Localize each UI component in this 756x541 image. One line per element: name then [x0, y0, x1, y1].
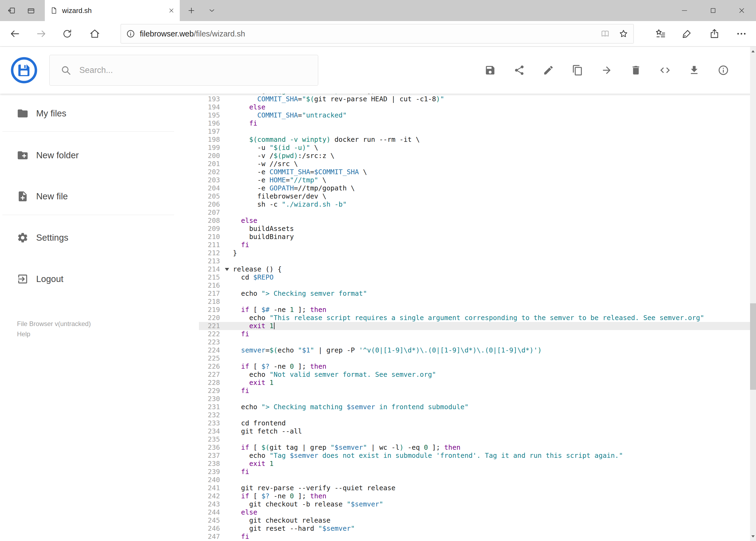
add-favorite-star-icon[interactable] — [619, 29, 629, 39]
download-icon[interactable] — [688, 65, 700, 76]
code-line[interactable]: 194 else — [199, 103, 750, 111]
code-line[interactable]: 236 if [ $(git tag | grep "$semver" | wc… — [199, 443, 750, 452]
sidebar-item-my-files[interactable]: My files — [0, 99, 199, 128]
code-line[interactable]: 246 git reset --hard "$semver" — [199, 525, 750, 533]
sidebar-item-new-folder[interactable]: New folder — [0, 141, 199, 170]
copy-icon[interactable] — [572, 65, 583, 76]
code-line[interactable]: 210 buildBinary — [199, 233, 750, 241]
minimize-icon[interactable] — [670, 0, 699, 21]
code-line[interactable]: 221 exit 1 — [199, 322, 750, 330]
tab-close-icon[interactable] — [168, 8, 174, 14]
code-line[interactable]: 201 -w //src \ — [199, 160, 750, 168]
filebrowser-logo-icon[interactable] — [11, 57, 38, 84]
favorites-hub-icon[interactable] — [650, 21, 671, 46]
help-link[interactable]: Help — [17, 329, 91, 339]
code-line[interactable]: 219 if [ $# -ne 1 ]; then — [199, 306, 750, 314]
save-icon[interactable] — [484, 65, 496, 76]
code-line[interactable]: 247 fi — [199, 533, 750, 541]
code-line[interactable]: 204 -e GOPATH=//tmp/gopath \ — [199, 184, 750, 192]
code-line[interactable]: 195 COMMIT_SHA="untracked" — [199, 111, 750, 119]
code-line[interactable]: 244 else — [199, 508, 750, 516]
page-scrollbar[interactable] — [750, 47, 756, 541]
code-line[interactable]: 205 filebrowser/dev \ — [199, 192, 750, 201]
code-line[interactable]: 212} — [199, 249, 750, 257]
reading-view-icon[interactable] — [600, 29, 610, 39]
code-line[interactable]: 238 exit 1 — [199, 460, 750, 468]
code-line[interactable]: 216 — [199, 281, 750, 289]
address-bar[interactable]: filebrowser.web/files/wizard.sh — [121, 24, 634, 44]
move-arrow-icon[interactable] — [601, 65, 613, 76]
tab-list-chevron-icon[interactable] — [203, 0, 221, 21]
code-line[interactable]: 223 — [199, 338, 750, 346]
search-bar[interactable] — [49, 55, 318, 86]
sidebar-item-new-file[interactable]: New file — [0, 182, 199, 211]
tab-preview-icon[interactable] — [23, 0, 39, 21]
code-line[interactable]: 203 -e HOME="//tmp" \ — [199, 176, 750, 184]
scroll-up-icon[interactable] — [750, 47, 756, 56]
code-line[interactable]: 226 if [ $? -ne 0 ]; then — [199, 362, 750, 370]
code-line[interactable]: 242 if [ $? -ne 0 ]; then — [199, 492, 750, 500]
code-line[interactable]: 214release () { — [199, 265, 750, 273]
rename-pencil-icon[interactable] — [543, 65, 554, 76]
code-line[interactable]: 241 git rev-parse --verify --quiet relea… — [199, 484, 750, 492]
code-line[interactable]: 218 — [199, 297, 750, 306]
forward-icon[interactable] — [32, 21, 50, 46]
code-line[interactable]: 215 cd $REPO — [199, 273, 750, 281]
code-line[interactable]: 196 fi — [199, 119, 750, 128]
code-line[interactable]: 245 git checkout release — [199, 516, 750, 525]
code-line[interactable]: 225 — [199, 354, 750, 362]
code-line[interactable]: 239 fi — [199, 468, 750, 476]
browser-tab[interactable]: wizard.sh — [45, 0, 180, 21]
new-tab-icon[interactable] — [182, 0, 200, 21]
sidebar-item-settings[interactable]: Settings — [0, 223, 199, 253]
code-line[interactable]: 237 echo "Tag $semver does not exist in … — [199, 452, 750, 460]
code-line[interactable]: 202 -e COMMIT_SHA=$COMMIT_SHA \ — [199, 168, 750, 176]
code-line[interactable]: 232 — [199, 411, 750, 419]
code-line[interactable]: 217 echo "> Checking semver format" — [199, 289, 750, 297]
code-line[interactable]: 240 — [199, 476, 750, 484]
code-line[interactable]: 213 — [199, 257, 750, 265]
code-line[interactable]: 220 echo "This release script requires a… — [199, 314, 750, 322]
more-menu-icon[interactable] — [731, 21, 752, 46]
code-line[interactable]: 227 echo "Not valid semver format. See s… — [199, 370, 750, 379]
code-line[interactable]: 235 — [199, 435, 750, 443]
maximize-icon[interactable] — [699, 0, 727, 21]
code-line[interactable]: 222 fi — [199, 330, 750, 338]
back-icon[interactable] — [6, 21, 24, 46]
scroll-down-icon[interactable] — [750, 532, 756, 541]
code-line[interactable]: 209 buildAssets — [199, 225, 750, 233]
search-input[interactable] — [79, 65, 314, 75]
code-line[interactable]: 200 -v /$(pwd):/src:z \ — [199, 152, 750, 160]
code-line[interactable]: 234 git fetch --all — [199, 427, 750, 435]
fold-arrow-icon[interactable] — [225, 268, 229, 271]
code-line[interactable]: 243 git checkout -b release "$semver" — [199, 500, 750, 508]
code-editor[interactable]: 192 if [ "$(git status -s)" = "" ]; then… — [199, 94, 750, 541]
site-info-icon[interactable] — [126, 29, 135, 39]
home-icon[interactable] — [86, 21, 104, 46]
code-view-icon[interactable] — [659, 65, 671, 76]
code-line[interactable]: 193 COMMIT_SHA="$(git rev-parse HEAD | c… — [199, 95, 750, 103]
code-line[interactable]: 233 cd frontend — [199, 419, 750, 427]
scrollbar-thumb[interactable] — [750, 303, 756, 390]
share-icon[interactable] — [514, 65, 525, 76]
code-line[interactable]: 224 semver=$(echo "$1" | grep -P '^v(0|[… — [199, 346, 750, 354]
web-note-pen-icon[interactable] — [676, 21, 697, 46]
delete-trash-icon[interactable] — [630, 65, 641, 76]
code-line[interactable]: 197 — [199, 128, 750, 136]
code-line[interactable]: 199 -u "$(id -u)" \ — [199, 144, 750, 152]
code-line[interactable]: 211 fi — [199, 241, 750, 249]
code-line[interactable]: 198 $(command -v winpty) docker run --rm… — [199, 136, 750, 144]
refresh-icon[interactable] — [58, 21, 76, 46]
sidebar-item-logout[interactable]: Logout — [0, 264, 199, 294]
share-page-icon[interactable] — [704, 21, 725, 46]
set-tabs-aside-icon[interactable] — [3, 0, 20, 21]
code-line[interactable]: 231 echo "> Checking matching $semver in… — [199, 403, 750, 411]
code-line[interactable]: 206 sh -c "./wizard.sh -b" — [199, 201, 750, 209]
close-window-icon[interactable] — [727, 0, 756, 21]
code-line[interactable]: 230 — [199, 395, 750, 403]
code-line[interactable]: 207 — [199, 209, 750, 217]
code-line[interactable]: 208 else — [199, 217, 750, 225]
code-line[interactable]: 228 exit 1 — [199, 379, 750, 387]
info-icon[interactable] — [718, 65, 729, 76]
code-line[interactable]: 229 fi — [199, 387, 750, 395]
